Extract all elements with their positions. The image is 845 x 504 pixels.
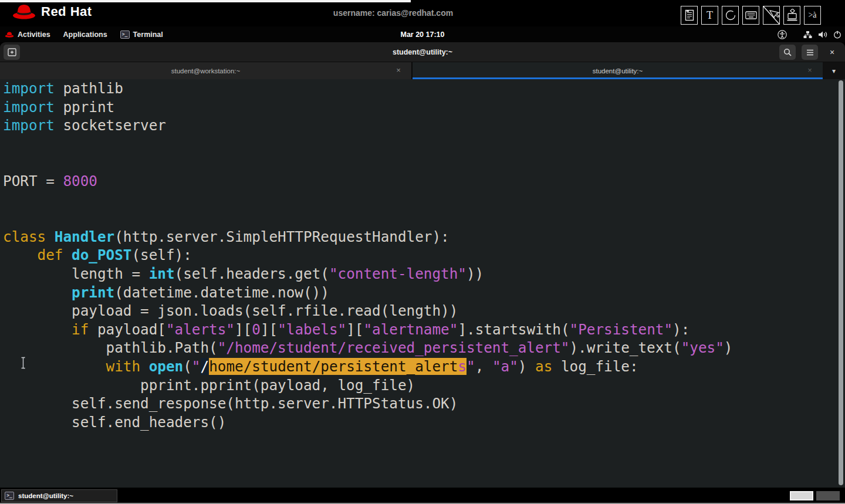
- code-line: with open("/home/student/persistent_aler…: [0, 357, 845, 376]
- taskbar-window-label: student@utility:~: [18, 492, 73, 499]
- window-close-button[interactable]: ×: [824, 45, 840, 60]
- tab-close-icon[interactable]: ×: [805, 66, 814, 75]
- code-line: [0, 450, 845, 469]
- code-line: class Handler(http.server.SimpleHTTPRequ…: [0, 228, 845, 246]
- code-line: import socketserver: [0, 116, 845, 135]
- clock[interactable]: Mar 20 17:10: [0, 26, 845, 42]
- gnome-top-bar: Activities Applications >_ Terminal Mar …: [0, 26, 845, 42]
- editor-lines: import pathlibimport pprintimport socket…: [0, 79, 845, 488]
- code-line: import pathlib: [0, 79, 845, 98]
- workspace-thumbnail-active[interactable]: [790, 491, 813, 500]
- text-icon[interactable]: T: [701, 6, 718, 25]
- lab-banner: Red Hat username: carias@redhat.com T: [0, 2, 845, 26]
- compose-key-icon[interactable]: >à: [804, 6, 821, 25]
- code-line: length = int(self.headers.get("content-l…: [0, 265, 845, 283]
- power-icon[interactable]: [833, 31, 841, 39]
- send-keys-machine-icon[interactable]: [783, 6, 800, 25]
- search-button[interactable]: [779, 45, 796, 60]
- code-line: [0, 191, 845, 209]
- terminal-icon: >_: [5, 492, 14, 500]
- mouse-ibeam-cursor: [20, 357, 27, 371]
- code-line: PORT = 8000: [0, 172, 845, 191]
- workspace-thumbnail[interactable]: [816, 491, 840, 500]
- clipboard-icon[interactable]: [681, 6, 698, 25]
- tab-label: student@utility:~: [593, 67, 643, 75]
- terminal-headerbar: student@utility:~ ×: [0, 42, 845, 62]
- menu-button[interactable]: [802, 45, 818, 60]
- terminal-scrollbar[interactable]: [839, 80, 843, 485]
- workspace-switcher: [790, 491, 840, 500]
- network-icon[interactable]: [803, 31, 812, 39]
- code-line: self.end_headers(): [0, 413, 845, 432]
- vim-status-row: search hit TOP, continuing at BOTTOM 20,…: [0, 469, 845, 488]
- circle-icon[interactable]: [722, 6, 739, 25]
- system-status-area[interactable]: [778, 26, 841, 42]
- keyboard-icon[interactable]: [742, 6, 759, 25]
- tab-label: student@workstation:~: [171, 67, 240, 75]
- pointer-disabled-icon[interactable]: [763, 6, 780, 25]
- tab-student-workstation[interactable]: student@workstation:~ ×: [0, 62, 413, 79]
- console-toolbar: T >à: [681, 6, 821, 25]
- taskbar-window-button[interactable]: >_ student@utility:~: [1, 489, 117, 502]
- tab-close-icon[interactable]: ×: [394, 66, 403, 75]
- code-line: [0, 135, 845, 154]
- window-list-taskbar: >_ student@utility:~: [0, 488, 845, 504]
- code-line: if payload["alerts"][0]["labels"]["alert…: [0, 320, 845, 339]
- volume-icon[interactable]: [818, 31, 827, 39]
- code-line: import pprint: [0, 98, 845, 117]
- code-line: pathlib.Path("/home/student/received_per…: [0, 339, 845, 357]
- screen: Red Hat username: carias@redhat.com T: [0, 0, 845, 504]
- code-line: [0, 153, 845, 172]
- code-line: pprint.pprint(payload, log_file): [0, 376, 845, 395]
- search-icon: [783, 48, 792, 56]
- username-label: username: carias@redhat.com: [0, 8, 786, 18]
- tab-student-utility[interactable]: student@utility:~ ×: [413, 62, 823, 79]
- code-line: [0, 431, 845, 450]
- window-title: student@utility:~: [0, 42, 845, 62]
- tab-list-dropdown[interactable]: ▾: [823, 62, 845, 79]
- code-line: def do_POST(self):: [0, 246, 845, 265]
- code-line: print(datetime.datetime.now()): [0, 283, 845, 302]
- code-line: [0, 209, 845, 228]
- accessibility-icon[interactable]: [778, 30, 787, 39]
- terminal-content[interactable]: import pathlibimport pprintimport socket…: [0, 79, 845, 488]
- code-line: self.send_response(http.server.HTTPStatu…: [0, 394, 845, 413]
- hamburger-icon: [806, 49, 814, 56]
- code-line: payload = json.loads(self.rfile.read(len…: [0, 302, 845, 320]
- tab-bar: student@workstation:~ × student@utility:…: [0, 62, 845, 79]
